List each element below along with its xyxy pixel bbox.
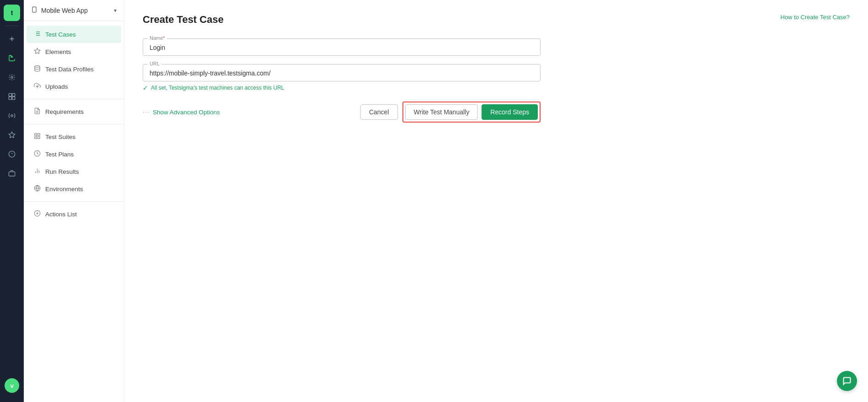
- dots-icon: ···: [143, 109, 150, 115]
- nav-icon-2[interactable]: [4, 88, 20, 105]
- sidebar-label-environments: Environments: [45, 186, 83, 193]
- run-results-icon: [34, 167, 41, 176]
- sidebar-item-test-plans[interactable]: Test Plans: [27, 145, 121, 163]
- url-field-container: URL: [143, 64, 541, 81]
- svg-point-7: [11, 115, 13, 117]
- page-title: Create Test Case: [143, 14, 224, 26]
- chevron-down-icon[interactable]: ▾: [114, 7, 117, 14]
- uploads-icon: [34, 82, 41, 91]
- svg-rect-27: [35, 137, 37, 139]
- nav-icon-3[interactable]: [4, 107, 20, 124]
- divider-1: [24, 99, 124, 99]
- divider-2: [24, 124, 124, 124]
- nav-icon-4[interactable]: [4, 127, 20, 143]
- sidebar-label-uploads: Uploads: [45, 83, 68, 90]
- sidebar-label-requirements: Requirements: [45, 108, 84, 115]
- help-link[interactable]: How to Create Test Case?: [781, 14, 850, 21]
- test-plans-icon: [34, 150, 41, 158]
- svg-rect-6: [12, 97, 15, 100]
- svg-point-21: [35, 65, 40, 67]
- svg-rect-11: [9, 172, 15, 176]
- sidebar-item-environments[interactable]: Environments: [27, 180, 121, 198]
- svg-rect-5: [9, 97, 11, 100]
- svg-point-2: [11, 76, 13, 78]
- nav-icon-1[interactable]: [4, 69, 20, 86]
- brand-logo: t: [4, 5, 20, 21]
- page-header: Create Test Case How to Create Test Case…: [143, 14, 850, 26]
- url-input[interactable]: [150, 70, 534, 77]
- chat-fab-button[interactable]: [837, 371, 857, 391]
- test-cases-icon: [34, 30, 41, 38]
- nav-icon-5[interactable]: [4, 146, 20, 162]
- svg-rect-26: [38, 134, 40, 135]
- sidebar-label-test-cases: Test Cases: [45, 31, 76, 38]
- name-input[interactable]: [150, 44, 534, 51]
- sidebar-item-uploads[interactable]: Uploads: [27, 78, 121, 95]
- svg-rect-4: [12, 93, 15, 96]
- sidebar-label-actions-list: Actions List: [45, 211, 77, 218]
- actions-list-icon: [34, 210, 41, 218]
- highlighted-buttons: Write Test Manually Record Steps: [402, 102, 541, 123]
- add-button[interactable]: [4, 31, 20, 47]
- project-name: Mobile Web App: [41, 7, 88, 14]
- form-action-buttons: Cancel Write Test Manually Record Steps: [360, 102, 541, 123]
- sidebar-header: Mobile Web App ▾: [24, 0, 124, 21]
- show-advanced-label: Show Advanced Options: [153, 109, 220, 116]
- svg-rect-28: [38, 137, 40, 139]
- url-field-label: URL: [148, 61, 161, 66]
- project-selector[interactable]: Mobile Web App: [31, 6, 88, 14]
- sidebar-item-test-data-profiles[interactable]: Test Data Profiles: [27, 60, 121, 78]
- url-field-group: URL ✓ All set, Testsigma's test machines…: [143, 64, 541, 91]
- sidebar-item-test-suites[interactable]: Test Suites: [27, 128, 121, 145]
- name-field-container: Name*: [143, 38, 541, 56]
- sidebar-label-test-data-profiles: Test Data Profiles: [45, 66, 94, 73]
- actions-row: ··· Show Advanced Options Cancel Write T…: [143, 102, 541, 123]
- svg-rect-3: [9, 93, 11, 96]
- sidebar: Mobile Web App ▾ Test Cases Elements Tes…: [24, 0, 124, 402]
- nav-icon-6[interactable]: [4, 165, 20, 182]
- sidebar-item-test-cases[interactable]: Test Cases: [27, 26, 121, 43]
- url-validation-message: ✓ All set, Testsigma's test machines can…: [143, 84, 541, 91]
- main-content: Create Test Case How to Create Test Case…: [124, 0, 868, 402]
- user-avatar[interactable]: v: [5, 378, 19, 393]
- svg-rect-25: [35, 134, 37, 135]
- sidebar-label-test-suites: Test Suites: [45, 134, 75, 140]
- record-steps-button[interactable]: Record Steps: [482, 104, 538, 120]
- name-field-label: Name*: [148, 35, 167, 41]
- test-icon[interactable]: [4, 50, 20, 66]
- mobile-icon: [31, 6, 38, 14]
- icon-bar: t v: [0, 0, 24, 402]
- environments-icon: [34, 185, 41, 193]
- cancel-button[interactable]: Cancel: [360, 104, 398, 120]
- data-profiles-icon: [34, 65, 41, 73]
- sidebar-item-run-results[interactable]: Run Results: [27, 163, 121, 180]
- show-advanced-options[interactable]: ··· Show Advanced Options: [143, 109, 220, 116]
- sidebar-label-run-results: Run Results: [45, 168, 79, 175]
- sidebar-item-actions-list[interactable]: Actions List: [27, 205, 121, 223]
- sidebar-label-elements: Elements: [45, 48, 71, 55]
- create-test-case-form: Name* URL ✓ All set, Testsigma's test ma…: [143, 38, 541, 123]
- sidebar-nav: Test Cases Elements Test Data Profiles U…: [24, 21, 124, 227]
- sidebar-item-elements[interactable]: Elements: [27, 43, 121, 60]
- check-icon: ✓: [143, 84, 148, 91]
- test-suites-icon: [34, 133, 41, 141]
- requirements-icon: [34, 107, 41, 116]
- write-test-manually-button[interactable]: Write Test Manually: [405, 104, 478, 120]
- sidebar-item-requirements[interactable]: Requirements: [27, 103, 121, 120]
- elements-icon: [34, 48, 41, 56]
- sidebar-label-test-plans: Test Plans: [45, 151, 74, 158]
- main: Create Test Case How to Create Test Case…: [124, 0, 868, 402]
- name-field-group: Name*: [143, 38, 541, 56]
- divider-3: [24, 201, 124, 202]
- svg-marker-20: [34, 48, 40, 54]
